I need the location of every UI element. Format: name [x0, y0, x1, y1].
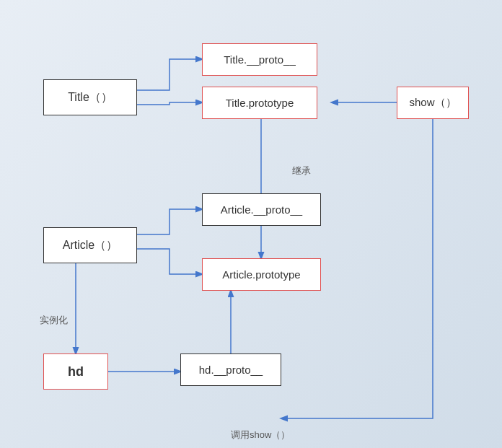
hd-obj-box: hd — [43, 353, 108, 390]
show-func-label: show（） — [409, 96, 456, 110]
article-prototype-label: Article.prototype — [222, 268, 300, 281]
instantiate-label: 实例化 — [40, 314, 68, 327]
article-proto-prop-label: Article.__proto__ — [221, 203, 302, 216]
title-func-box: Title（） — [43, 79, 137, 115]
article-prototype-box: Article.prototype — [202, 258, 321, 291]
article-func-label: Article（） — [63, 238, 118, 253]
title-prototype-label: Title.prototype — [226, 97, 294, 109]
title-prototype-box: Title.prototype — [202, 87, 317, 119]
article-func-box: Article（） — [43, 227, 137, 263]
hd-obj-label: hd — [68, 364, 84, 379]
article-proto-prop-box: Article.__proto__ — [202, 193, 321, 226]
title-proto-prop-label: Title.__proto__ — [224, 53, 296, 66]
title-func-label: Title（） — [68, 90, 113, 105]
show-func-box: show（） — [397, 87, 469, 119]
hd-proto-prop-label: hd.__proto__ — [199, 364, 263, 376]
diagram: Title（） Title.__proto__ Title.prototype … — [0, 0, 502, 448]
hd-proto-prop-box: hd.__proto__ — [180, 353, 281, 386]
call-show-label: 调用show（） — [231, 429, 290, 442]
title-proto-prop-box: Title.__proto__ — [202, 43, 317, 76]
inherit-label: 继承 — [292, 164, 311, 177]
